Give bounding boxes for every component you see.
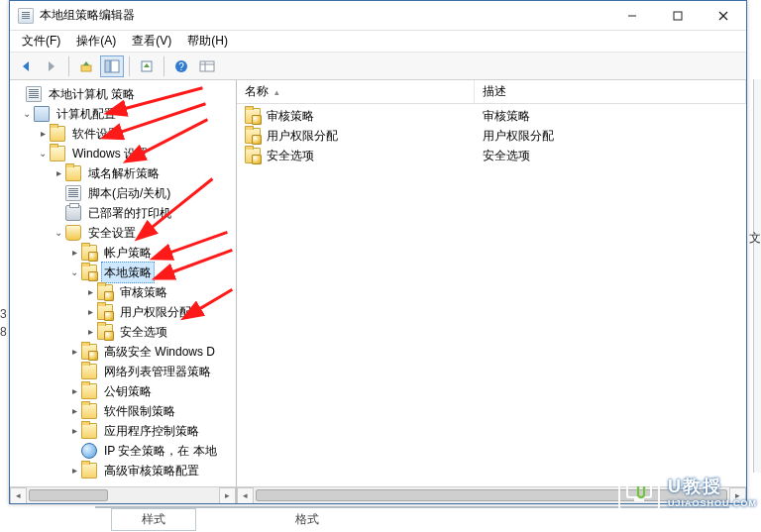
tree-software-restriction[interactable]: 软件限制策略 bbox=[101, 401, 178, 421]
svg-line-3 bbox=[719, 12, 727, 20]
tree-local-policies[interactable]: 本地策略 bbox=[101, 262, 155, 283]
scroll-left-icon[interactable]: ◂ bbox=[10, 487, 27, 504]
svg-marker-4 bbox=[23, 61, 29, 71]
folder-lock-icon bbox=[97, 324, 113, 340]
list-body: 审核策略 审核策略 用户权限分配 用户权限分配 安全选项 安全选项 bbox=[237, 104, 746, 167]
expander-icon[interactable]: ⌄ bbox=[52, 226, 65, 240]
toolbar-sep-3 bbox=[163, 56, 164, 76]
expander-icon[interactable]: ▸ bbox=[52, 166, 65, 180]
column-desc[interactable]: 描述 bbox=[475, 80, 746, 103]
folder-icon bbox=[50, 126, 65, 142]
tree-adv-audit[interactable]: 高级审核策略配置 bbox=[101, 461, 202, 480]
expander-icon[interactable]: ▸ bbox=[83, 285, 97, 299]
folder-lock-icon bbox=[245, 108, 261, 124]
back-button[interactable] bbox=[14, 55, 38, 77]
scroll-left-icon[interactable]: ◂ bbox=[237, 487, 254, 504]
tree-adv-windows[interactable]: 高级安全 Windows D bbox=[101, 342, 218, 362]
tree-scripts[interactable]: 脚本(启动/关机) bbox=[85, 183, 173, 203]
list-item-name: 审核策略 bbox=[267, 108, 314, 125]
folder-icon bbox=[81, 463, 97, 479]
bg-right-char: 文 bbox=[749, 230, 761, 247]
tree-security-options[interactable]: 安全选项 bbox=[117, 322, 170, 342]
forward-button[interactable] bbox=[40, 55, 63, 77]
list-item[interactable]: 安全选项 安全选项 bbox=[237, 146, 746, 165]
toolbar-sep-2 bbox=[129, 56, 130, 76]
folder-lock-icon bbox=[81, 265, 97, 280]
folder-icon bbox=[81, 383, 97, 399]
tree-deployed-printers[interactable]: 已部署的打印机 bbox=[85, 203, 174, 223]
gpedit-window: 本地组策略编辑器 文件(F) 操作(A) 查看(V) 帮助(H) ? ▸ bbox=[9, 0, 747, 504]
up-button[interactable] bbox=[74, 55, 98, 77]
tree-computer-config[interactable]: 计算机配置 bbox=[54, 104, 119, 124]
maximize-button[interactable] bbox=[655, 1, 701, 31]
menu-view[interactable]: 查看(V) bbox=[126, 31, 177, 52]
export-button[interactable] bbox=[135, 55, 159, 77]
toolbar-sep-1 bbox=[68, 56, 69, 76]
menu-bar: 文件(F) 操作(A) 查看(V) 帮助(H) bbox=[10, 31, 746, 53]
folder-lock-icon bbox=[81, 344, 97, 360]
svg-rect-8 bbox=[105, 60, 110, 72]
help-button[interactable]: ? bbox=[169, 55, 193, 77]
folder-lock-icon bbox=[97, 304, 113, 320]
tree-dns-policy[interactable]: 域名解析策略 bbox=[85, 163, 163, 183]
expander-icon[interactable]: ▸ bbox=[67, 464, 81, 478]
tree-ip-security[interactable]: IP 安全策略，在 本地 bbox=[101, 441, 220, 461]
list-item-desc: 安全选项 bbox=[483, 148, 530, 164]
folder-open-icon bbox=[50, 146, 65, 161]
menu-file[interactable]: 文件(F) bbox=[16, 31, 66, 52]
folder-icon bbox=[81, 364, 97, 379]
tree-app-control[interactable]: 应用程序控制策略 bbox=[101, 421, 202, 441]
tree-software-settings[interactable]: 软件设置 bbox=[69, 124, 123, 144]
show-hide-tree-button[interactable] bbox=[100, 55, 124, 77]
bg-right-strip bbox=[753, 79, 761, 473]
watermark: U教授 UJIAOSHOU.COM bbox=[618, 471, 757, 512]
scroll-right-icon[interactable]: ▸ bbox=[219, 487, 236, 504]
expander-icon[interactable]: ▸ bbox=[67, 246, 81, 260]
folder-icon bbox=[65, 165, 81, 181]
expander-icon[interactable]: ▸ bbox=[83, 305, 97, 319]
folder-icon bbox=[81, 423, 97, 439]
properties-button[interactable] bbox=[195, 55, 219, 77]
computer-icon bbox=[34, 106, 50, 122]
tree-root[interactable]: 本地计算机 策略 bbox=[46, 84, 138, 104]
list-item-name: 安全选项 bbox=[267, 148, 314, 164]
tree-network-list[interactable]: 网络列表管理器策略 bbox=[101, 362, 214, 381]
expander-icon[interactable]: ▸ bbox=[36, 127, 50, 141]
folder-lock-icon bbox=[245, 128, 261, 144]
expander-icon[interactable]: ▸ bbox=[83, 325, 97, 339]
tree-public-key[interactable]: 公钥策略 bbox=[101, 381, 155, 401]
tree-security-settings[interactable]: 安全设置 bbox=[85, 223, 139, 243]
menu-help[interactable]: 帮助(H) bbox=[181, 31, 234, 52]
title-bar[interactable]: 本地组策略编辑器 bbox=[10, 1, 746, 31]
expander-icon[interactable]: ⌄ bbox=[20, 107, 34, 121]
expander-icon[interactable]: ▸ bbox=[67, 404, 81, 418]
folder-lock-icon bbox=[81, 245, 97, 261]
expander-icon[interactable]: ⌄ bbox=[67, 266, 81, 279]
tree-account-policies[interactable]: 帐户策略 bbox=[101, 243, 155, 263]
column-name[interactable]: 名称▴ bbox=[237, 80, 475, 103]
svg-rect-25 bbox=[634, 498, 644, 501]
list-item[interactable]: 审核策略 审核策略 bbox=[237, 106, 746, 126]
expander-icon[interactable]: ▸ bbox=[67, 384, 81, 398]
globe-icon bbox=[81, 443, 97, 459]
script-icon bbox=[65, 185, 81, 201]
policy-tree[interactable]: ▸ 本地计算机 策略 ⌄ 计算机配置 ▸ 软件设置 ⌄ W bbox=[10, 80, 236, 484]
app-icon bbox=[18, 8, 34, 24]
tree-hscrollbar[interactable]: ◂ ▸ bbox=[10, 486, 236, 503]
tree-windows-settings[interactable]: Windows 设置 bbox=[69, 144, 151, 163]
list-item[interactable]: 用户权限分配 用户权限分配 bbox=[237, 126, 746, 146]
sort-indicator-icon: ▴ bbox=[274, 87, 279, 97]
minimize-button[interactable] bbox=[609, 1, 655, 31]
expander-icon[interactable]: ▸ bbox=[67, 424, 81, 438]
list-item-desc: 审核策略 bbox=[483, 108, 530, 125]
expander-icon[interactable]: ▸ bbox=[67, 345, 81, 359]
tree-user-rights[interactable]: 用户权限分配 bbox=[117, 302, 194, 322]
svg-rect-1 bbox=[674, 12, 682, 20]
tree-audit-policy[interactable]: 审核策略 bbox=[117, 282, 170, 302]
close-button[interactable] bbox=[701, 1, 746, 31]
watermark-url: UJIAOSHOU.COM bbox=[668, 498, 757, 508]
menu-action[interactable]: 操作(A) bbox=[70, 31, 122, 52]
scroll-thumb[interactable] bbox=[29, 489, 108, 501]
window-title: 本地组策略编辑器 bbox=[40, 7, 609, 24]
expander-icon[interactable]: ⌄ bbox=[36, 147, 50, 160]
